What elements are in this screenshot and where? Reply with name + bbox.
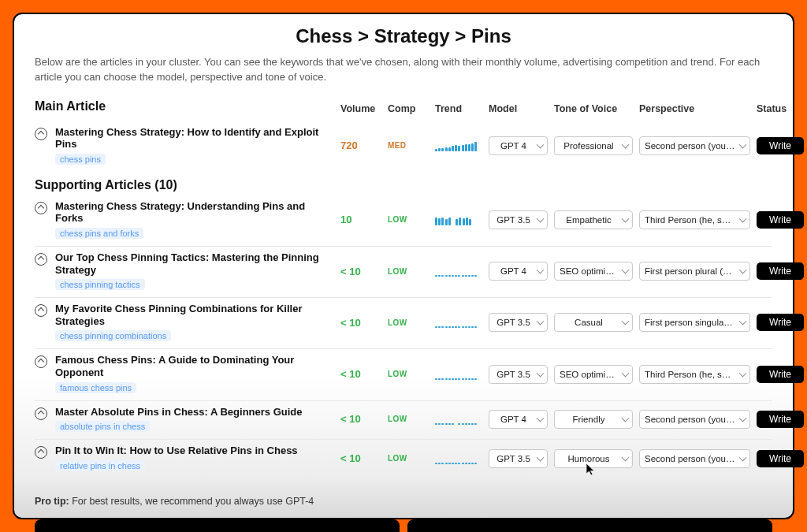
comp-value: MED: [388, 141, 429, 150]
tone-select[interactable]: SEO optimized (recommended): [554, 262, 633, 281]
col-tone: Tone of Voice: [554, 103, 633, 114]
comp-value: LOW: [388, 370, 429, 378]
table-row: Our Top Chess Pinning Tactics: Mastering…: [35, 246, 772, 297]
write-button[interactable]: Write: [757, 411, 804, 428]
table-row: My Favorite Chess Pinning Combinations f…: [35, 297, 772, 348]
write-button[interactable]: Write: [757, 450, 804, 467]
model-select[interactable]: GPT 3.5: [489, 365, 548, 384]
volume-value: < 10: [340, 368, 381, 380]
keyword-tag[interactable]: absolute pins in chess: [55, 421, 150, 432]
tone-select[interactable]: Casual: [554, 313, 633, 332]
perspective-select[interactable]: Second person (you, your): [639, 136, 750, 155]
perspective-select[interactable]: Second person (you, your): [639, 410, 750, 429]
article-title: Famous Chess Pins: A Guide to Dominating…: [55, 354, 334, 378]
keyword-tag[interactable]: chess pinning tactics: [55, 279, 145, 290]
keyword-tag[interactable]: relative pins in chess: [55, 460, 145, 471]
trend-sparkline: [435, 317, 482, 328]
perspective-select[interactable]: First person plural (we, us, our): [639, 262, 750, 281]
perspective-select[interactable]: Third Person (he, she, it, they): [639, 210, 750, 229]
article-title: Mastering Chess Strategy: How to Identif…: [55, 126, 334, 151]
col-model: Model: [489, 103, 548, 114]
article-title: Mastering Chess Strategy: Understanding …: [55, 200, 334, 225]
article-title: Master Absolute Pins in Chess: A Beginne…: [55, 406, 303, 419]
model-select[interactable]: GPT 4: [489, 136, 548, 155]
volume-value: 720: [340, 140, 381, 151]
col-status: Status: [757, 103, 804, 114]
model-select[interactable]: GPT 3.5: [489, 313, 548, 332]
tone-select[interactable]: Friendly: [554, 410, 633, 429]
volume-value: < 10: [340, 317, 381, 329]
keyword-tag[interactable]: chess pinning combinations: [55, 330, 171, 341]
refresh-icon[interactable]: [35, 446, 47, 459]
volume-value: 10: [340, 214, 381, 225]
table-row: Master Absolute Pins in Chess: A Beginne…: [35, 400, 772, 440]
intro-text: Below are the articles in your cluster. …: [35, 55, 772, 85]
keyword-tag[interactable]: chess pins and forks: [55, 228, 143, 239]
write-all-button[interactable]: WRITE ALL: [407, 519, 772, 532]
pro-tip-text: For best results, we recommend you alway…: [69, 496, 314, 507]
model-select[interactable]: GPT 3.5: [489, 210, 548, 229]
col-perspective: Perspective: [639, 103, 750, 114]
refresh-icon[interactable]: [35, 128, 47, 140]
table-row: Mastering Chess Strategy: Understanding …: [35, 195, 772, 246]
keyword-tag[interactable]: chess pins: [55, 154, 106, 165]
refresh-icon[interactable]: [35, 304, 47, 317]
refresh-icon[interactable]: [35, 407, 47, 420]
cluster-card: Chess > Strategy > Pins Below are the ar…: [13, 13, 794, 519]
comp-value: LOW: [388, 215, 429, 224]
main-article-header: Main Article: [35, 99, 334, 113]
article-title: Pin It to Win It: How to Use Relative Pi…: [55, 445, 298, 457]
tone-select[interactable]: Humorous: [554, 449, 633, 468]
supporting-header: Supporting Articles (10): [35, 178, 772, 192]
model-select[interactable]: GPT 4: [489, 410, 548, 429]
col-trend: Trend: [435, 103, 482, 114]
delete-button[interactable]: DELETE: [35, 519, 400, 532]
model-select[interactable]: GPT 4: [489, 262, 548, 281]
col-volume: Volume: [340, 103, 381, 114]
breadcrumb: Chess > Strategy > Pins: [35, 25, 772, 47]
article-title: Our Top Chess Pinning Tactics: Mastering…: [55, 251, 334, 276]
article-title: My Favorite Chess Pinning Combinations f…: [55, 303, 334, 327]
pro-tip-label: Pro tip:: [35, 496, 69, 507]
comp-value: LOW: [388, 267, 429, 276]
column-headers: Main Article Volume Comp Trend Model Ton…: [35, 99, 772, 118]
trend-sparkline: [435, 214, 482, 225]
write-button[interactable]: Write: [757, 137, 804, 154]
table-row: Famous Chess Pins: A Guide to Dominating…: [35, 348, 772, 400]
write-button[interactable]: Write: [757, 262, 804, 280]
volume-value: < 10: [340, 266, 381, 277]
comp-value: LOW: [388, 318, 429, 327]
perspective-select[interactable]: Third Person (he, she, it, they): [639, 365, 750, 384]
write-button[interactable]: Write: [757, 211, 804, 229]
supporting-articles-list: Mastering Chess Strategy: Understanding …: [35, 195, 772, 478]
tone-select[interactable]: SEO optimized (recommended): [554, 365, 633, 384]
refresh-icon[interactable]: [35, 253, 47, 266]
comp-value: LOW: [388, 415, 429, 423]
model-select[interactable]: GPT 3.5: [489, 449, 548, 468]
volume-value: < 10: [340, 413, 381, 425]
col-comp: Comp: [388, 103, 429, 114]
tone-select[interactable]: Professional: [554, 136, 633, 155]
footer-actions: DELETE WRITE ALL: [35, 507, 772, 532]
table-row: Pin It to Win It: How to Use Relative Pi…: [35, 439, 772, 478]
trend-sparkline: [435, 414, 482, 425]
trend-sparkline: [435, 453, 482, 464]
trend-sparkline: [435, 369, 482, 380]
trend-sparkline: [435, 140, 482, 151]
refresh-icon[interactable]: [35, 202, 47, 214]
write-button[interactable]: Write: [757, 314, 804, 331]
main-article-row: Mastering Chess Strategy: How to Identif…: [35, 121, 772, 172]
volume-value: < 10: [340, 452, 381, 464]
perspective-select[interactable]: First person singular (I, me, my): [639, 313, 750, 332]
comp-value: LOW: [388, 454, 429, 463]
pro-tip: Pro tip: For best results, we recommend …: [35, 496, 772, 507]
trend-sparkline: [435, 266, 482, 277]
tone-select[interactable]: Empathetic: [554, 210, 633, 229]
write-button[interactable]: Write: [757, 366, 804, 383]
refresh-icon[interactable]: [35, 355, 47, 368]
perspective-select[interactable]: Second person (you, your): [639, 449, 750, 468]
keyword-tag[interactable]: famous chess pins: [55, 382, 136, 393]
